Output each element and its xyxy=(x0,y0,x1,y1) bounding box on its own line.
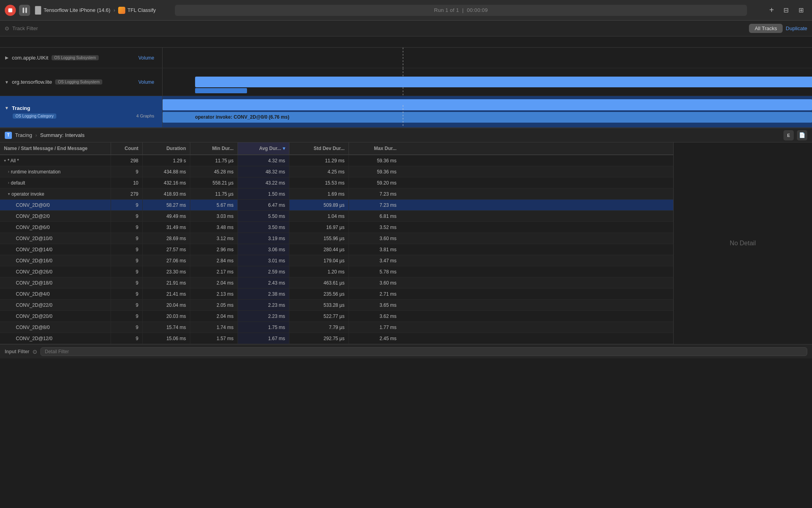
track-tag-tensorflow: OS Logging Subsystem xyxy=(55,79,102,85)
td-std: 533.28 µs xyxy=(289,300,349,310)
td-duration: 58.27 ms xyxy=(143,200,190,210)
track-row-tracing: ▼ Tracing OS Logging Category 4 Graphs o… xyxy=(0,96,812,128)
table-row[interactable]: CONV_2D@10/0 9 28.69 ms 3.12 ms 3.19 ms … xyxy=(0,233,673,244)
window-button[interactable]: ⊟ xyxy=(780,5,791,16)
table-row[interactable]: CONV_2D@8/0 9 15.74 ms 1.74 ms 1.75 ms 7… xyxy=(0,322,673,333)
layout-button[interactable]: ⊞ xyxy=(795,5,807,16)
th-avg-dur[interactable]: Avg Dur... ▾ xyxy=(238,142,289,154)
table-row[interactable]: ▾ * All * 298 1.29 s 11.75 µs 4.32 ms 11… xyxy=(0,155,673,166)
td-max: 7.23 ms xyxy=(349,200,400,210)
th-duration[interactable]: Duration xyxy=(143,142,190,154)
breadcrumb-share-button[interactable]: 📄 xyxy=(797,130,807,140)
table-row[interactable]: CONV_2D@0/0 9 58.27 ms 5.67 ms 6.47 ms 5… xyxy=(0,200,673,211)
table-row[interactable]: › runtime instrumentation 9 434.88 ms 45… xyxy=(0,166,673,177)
tracks-area: ▶ com.apple.UIKit OS Logging Subsystem V… xyxy=(0,48,812,128)
td-count: 9 xyxy=(111,244,143,255)
row-name: CONV_2D@18/0 xyxy=(16,280,52,286)
device-app-chevron: › xyxy=(113,8,115,13)
td-name: ▾ operator invoke xyxy=(0,189,111,199)
row-name: CONV_2D@10/0 xyxy=(16,236,52,241)
td-min: 2.96 ms xyxy=(190,244,238,255)
td-min: 2.04 ms xyxy=(190,311,238,321)
track-tag-uikit: OS Logging Subsystem xyxy=(52,55,99,60)
row-name: * All * xyxy=(8,158,19,164)
td-name: CONV_2D@2/0 xyxy=(0,211,111,221)
expand-tracing[interactable]: ▼ xyxy=(4,105,10,111)
td-min: 2.17 ms xyxy=(190,266,238,277)
td-count: 9 xyxy=(111,233,143,244)
row-name: CONV_2D@14/0 xyxy=(16,247,52,252)
td-name: CONV_2D@18/0 xyxy=(0,277,111,288)
lower-pane: T Tracing › Summary: Intervals E 📄 Name … xyxy=(0,128,812,358)
td-count: 9 xyxy=(111,322,143,333)
table-row[interactable]: CONV_2D@2/0 9 49.49 ms 3.03 ms 5.50 ms 1… xyxy=(0,211,673,222)
pause-button[interactable] xyxy=(19,5,30,16)
duplicate-button[interactable]: Duplicate xyxy=(786,25,807,31)
td-max: 3.60 ms xyxy=(349,233,400,244)
add-button[interactable]: + xyxy=(766,5,777,16)
table-row[interactable]: › default 10 432.16 ms 558.21 µs 43.22 m… xyxy=(0,177,673,189)
table-row[interactable]: CONV_2D@16/0 9 27.06 ms 2.84 ms 3.01 ms … xyxy=(0,255,673,266)
td-std: 16.97 µs xyxy=(289,222,349,233)
breadcrumb-export-button[interactable]: E xyxy=(783,130,794,140)
td-max: 2.45 ms xyxy=(349,333,400,344)
expand-uikit[interactable]: ▶ xyxy=(4,55,10,61)
row-expand-icon[interactable]: ▾ xyxy=(4,158,6,163)
table-row[interactable]: CONV_2D@20/0 9 20.03 ms 2.04 ms 2.23 ms … xyxy=(0,311,673,322)
timeline-header: 00:08.12500:08.13000:08.13500:08.14000:0… xyxy=(0,37,812,48)
td-avg: 43.22 ms xyxy=(238,177,289,188)
sort-arrow: ▾ xyxy=(283,146,285,151)
track-filter-input[interactable] xyxy=(12,25,746,31)
td-max: 2.71 ms xyxy=(349,289,400,299)
table-row[interactable]: CONV_2D@22/0 9 20.04 ms 2.05 ms 2.23 ms … xyxy=(0,300,673,311)
expand-tensorflow[interactable]: ▼ xyxy=(4,79,10,85)
th-name[interactable]: Name / Start Message / End Message xyxy=(0,142,111,154)
td-max: 3.62 ms xyxy=(349,311,400,321)
record-button[interactable] xyxy=(5,5,16,16)
td-min: 1.74 ms xyxy=(190,322,238,333)
track-content-tracing: operator invoke: CONV_2D@0/0 (6.76 ms) xyxy=(163,96,812,127)
td-max: 3.81 ms xyxy=(349,244,400,255)
filter-icon: ⊙ xyxy=(5,25,9,31)
row-expand-icon[interactable]: › xyxy=(8,181,9,185)
td-name: CONV_2D@4/0 xyxy=(0,289,111,299)
table-row[interactable]: CONV_2D@26/0 9 23.30 ms 2.17 ms 2.59 ms … xyxy=(0,266,673,277)
td-avg: 3.06 ms xyxy=(238,244,289,255)
td-avg: 5.50 ms xyxy=(238,211,289,221)
td-min: 3.12 ms xyxy=(190,233,238,244)
table-rows-container: ▾ * All * 298 1.29 s 11.75 µs 4.32 ms 11… xyxy=(0,155,673,344)
td-avg: 48.32 ms xyxy=(238,166,289,177)
row-expand-icon[interactable]: › xyxy=(8,169,9,174)
tensorflow-bar xyxy=(195,77,812,88)
table-row[interactable]: CONV_2D@12/0 9 15.06 ms 1.57 ms 1.67 ms … xyxy=(0,333,673,344)
td-max: 7.23 ms xyxy=(349,189,400,199)
th-max-dur[interactable]: Max Dur... xyxy=(349,142,400,154)
table-header: Name / Start Message / End Message Count… xyxy=(0,142,673,155)
td-duration: 31.49 ms xyxy=(143,222,190,233)
table-row[interactable]: CONV_2D@14/0 9 27.57 ms 2.96 ms 3.06 ms … xyxy=(0,244,673,255)
tracing-bar-top xyxy=(163,99,812,110)
td-max: 1.77 ms xyxy=(349,322,400,333)
table-row[interactable]: CONV_2D@6/0 9 31.49 ms 3.48 ms 3.50 ms 1… xyxy=(0,222,673,233)
td-count: 9 xyxy=(111,166,143,177)
table-row[interactable]: CONV_2D@18/0 9 21.91 ms 2.04 ms 2.43 ms … xyxy=(0,277,673,289)
td-count: 9 xyxy=(111,200,143,210)
row-name: default xyxy=(11,180,25,186)
th-count[interactable]: Count xyxy=(111,142,143,154)
timeline-cursor xyxy=(403,48,403,68)
detail-filter-input[interactable] xyxy=(40,347,807,356)
table-row[interactable]: CONV_2D@4/0 9 21.41 ms 2.13 ms 2.38 ms 2… xyxy=(0,289,673,300)
all-tracks-button[interactable]: All Tracks xyxy=(749,24,782,33)
th-min-dur[interactable]: Min Dur... xyxy=(190,142,238,154)
th-std-dur[interactable]: Std Dev Dur... xyxy=(289,142,349,154)
td-min: 2.05 ms xyxy=(190,300,238,310)
row-expand-icon[interactable]: ▾ xyxy=(8,192,10,196)
td-std: 11.29 ms xyxy=(289,155,349,166)
table-row[interactable]: ▾ operator invoke 279 418.93 ms 11.75 µs… xyxy=(0,189,673,200)
track-row: ▶ com.apple.UIKit OS Logging Subsystem V… xyxy=(0,48,812,68)
td-count: 9 xyxy=(111,277,143,288)
td-avg: 1.75 ms xyxy=(238,322,289,333)
td-std: 7.79 µs xyxy=(289,322,349,333)
filter-option-icon[interactable]: ⊙ xyxy=(33,348,37,355)
row-name: operator invoke xyxy=(11,191,44,197)
